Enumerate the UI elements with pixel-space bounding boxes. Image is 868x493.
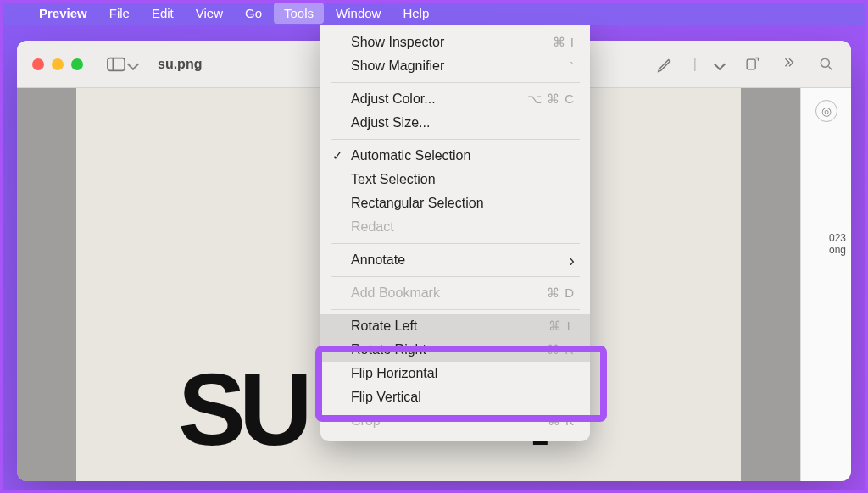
tools-menu: Show Inspector⌘ IShow Magnifier`Adjust C… bbox=[320, 25, 590, 441]
sidebar-toggle[interactable] bbox=[107, 57, 137, 72]
menu-file[interactable]: File bbox=[99, 3, 140, 24]
menu-shortcut: ⌘ L bbox=[548, 319, 575, 334]
markup-icon[interactable] bbox=[656, 55, 675, 74]
menu-tools[interactable]: Tools bbox=[274, 3, 324, 24]
menu-separator bbox=[331, 276, 580, 277]
inspector-panel: ◎ 023 ong bbox=[800, 88, 851, 481]
rotate-icon[interactable] bbox=[743, 55, 761, 74]
canvas-gutter-left bbox=[17, 88, 76, 481]
canvas-gutter-right bbox=[741, 88, 800, 481]
menu-item-flip-horizontal[interactable]: Flip Horizontal bbox=[320, 362, 590, 385]
menu-item-label: Flip Horizontal bbox=[351, 366, 575, 381]
menu-separator bbox=[331, 82, 580, 83]
submenu-arrow-icon: › bbox=[569, 251, 575, 270]
menu-item-add-bookmark: Add Bookmark⌘ D bbox=[320, 281, 590, 305]
app-name[interactable]: Preview bbox=[29, 3, 97, 24]
svg-point-3 bbox=[821, 58, 829, 67]
menu-item-label: Adjust Size... bbox=[351, 115, 575, 130]
menu-shortcut: ⌥ ⌘ C bbox=[527, 91, 575, 107]
menu-window[interactable]: Window bbox=[326, 3, 391, 24]
search-icon[interactable] bbox=[817, 55, 836, 74]
panel-text: 023 ong bbox=[829, 232, 846, 256]
menu-help[interactable]: Help bbox=[392, 3, 439, 24]
menu-item-label: Rotate Left bbox=[351, 319, 548, 334]
menu-item-rotate-right[interactable]: Rotate Right⌘ R bbox=[320, 338, 590, 362]
svg-rect-2 bbox=[747, 59, 755, 69]
menu-item-redact: Redact bbox=[320, 215, 590, 239]
doc-text-prefix: SU bbox=[178, 352, 306, 466]
menu-shortcut: ⌘ I bbox=[553, 35, 575, 50]
menu-shortcut: ⌘ K bbox=[548, 413, 575, 429]
menu-item-rotate-left[interactable]: Rotate Left⌘ L bbox=[320, 314, 590, 338]
menu-separator bbox=[331, 309, 580, 310]
traffic-lights bbox=[32, 58, 83, 70]
svg-line-4 bbox=[829, 66, 832, 69]
menu-item-label: Annotate bbox=[351, 252, 569, 268]
menu-separator bbox=[331, 243, 580, 244]
close-button[interactable] bbox=[32, 58, 44, 70]
window-title: su.png bbox=[158, 57, 202, 72]
menu-item-label: Redact bbox=[351, 219, 575, 235]
menu-item-label: Crop bbox=[351, 413, 548, 429]
toolbar-divider: | bbox=[693, 57, 697, 72]
menu-go[interactable]: Go bbox=[235, 3, 272, 24]
panel-line-2: ong bbox=[829, 244, 846, 256]
menu-item-rectangular-selection[interactable]: Rectangular Selection bbox=[320, 191, 590, 215]
menu-item-crop: Crop⌘ K bbox=[320, 409, 590, 433]
menu-item-show-magnifier[interactable]: Show Magnifier` bbox=[320, 54, 590, 78]
menu-item-show-inspector[interactable]: Show Inspector⌘ I bbox=[320, 30, 590, 54]
menu-item-label: Show Inspector bbox=[351, 35, 553, 50]
svg-rect-0 bbox=[108, 58, 125, 70]
info-icon[interactable]: ◎ bbox=[815, 100, 837, 122]
menubar: Preview File Edit View Go Tools Window H… bbox=[0, 0, 868, 25]
menu-item-label: Show Magnifier bbox=[351, 58, 570, 74]
menu-edit[interactable]: Edit bbox=[142, 3, 184, 24]
more-icon[interactable] bbox=[780, 55, 798, 74]
menu-item-label: Adjust Color... bbox=[351, 91, 527, 107]
menu-separator bbox=[331, 139, 580, 140]
menu-item-label: Flip Vertical bbox=[351, 390, 575, 405]
check-icon: ✓ bbox=[332, 148, 343, 163]
menu-item-label: Rectangular Selection bbox=[351, 196, 575, 211]
chevron-down-icon[interactable] bbox=[714, 58, 726, 69]
menu-item-flip-vertical[interactable]: Flip Vertical bbox=[320, 385, 590, 409]
menu-item-label: Add Bookmark bbox=[351, 285, 547, 301]
minimize-button[interactable] bbox=[52, 58, 64, 70]
chevron-down-icon bbox=[127, 58, 139, 69]
menu-shortcut: ⌘ R bbox=[547, 342, 575, 357]
menu-item-adjust-color[interactable]: Adjust Color...⌥ ⌘ C bbox=[320, 87, 590, 111]
menu-item-text-selection[interactable]: Text Selection bbox=[320, 168, 590, 191]
menu-item-annotate[interactable]: Annotate› bbox=[320, 248, 590, 272]
panel-line-1: 023 bbox=[829, 232, 846, 244]
menu-item-automatic-selection[interactable]: ✓Automatic Selection bbox=[320, 144, 590, 168]
sidebar-icon bbox=[107, 57, 125, 72]
menu-shortcut: ⌘ D bbox=[547, 285, 575, 301]
menu-item-label: Automatic Selection bbox=[351, 148, 575, 163]
menu-item-adjust-size[interactable]: Adjust Size... bbox=[320, 111, 590, 135]
menu-item-label: Rotate Right bbox=[351, 342, 547, 357]
menu-item-label: Text Selection bbox=[351, 172, 575, 187]
menu-shortcut: ` bbox=[570, 59, 575, 74]
menu-view[interactable]: View bbox=[186, 3, 233, 24]
zoom-button[interactable] bbox=[71, 58, 83, 70]
